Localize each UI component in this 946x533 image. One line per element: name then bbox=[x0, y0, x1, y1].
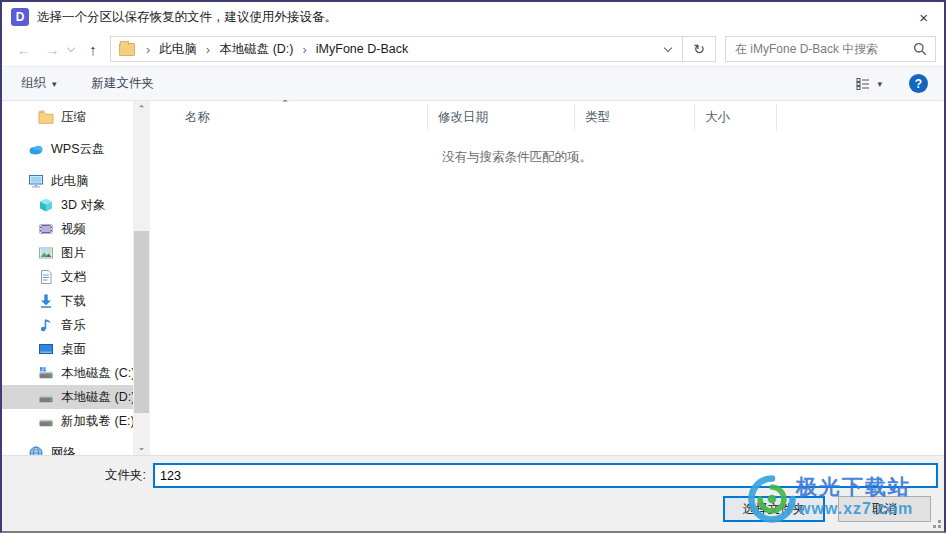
forward-icon[interactable]: → bbox=[38, 41, 66, 58]
list-view-icon bbox=[855, 76, 871, 92]
dialog-title: 选择一个分区以保存恢复的文件，建议使用外接设备。 bbox=[37, 9, 337, 26]
computer-icon bbox=[28, 173, 44, 189]
select-folder-button[interactable]: 选择文件夹 bbox=[723, 496, 825, 522]
picture-icon bbox=[38, 245, 54, 261]
sidebar-item-label: 文档 bbox=[61, 269, 86, 286]
address-dropdown[interactable] bbox=[658, 37, 682, 61]
document-icon bbox=[38, 269, 54, 285]
cancel-button[interactable]: 取消 bbox=[838, 496, 931, 522]
download-icon bbox=[38, 293, 54, 309]
new-folder-label: 新建文件夹 bbox=[92, 75, 155, 92]
sidebar-item-label: 视频 bbox=[61, 221, 86, 238]
resize-grip[interactable] bbox=[938, 525, 941, 528]
sidebar-item-label: 网络 bbox=[51, 445, 76, 456]
sidebar-item-document[interactable]: 文档 bbox=[2, 265, 133, 289]
sidebar-item-music[interactable]: 音乐 bbox=[2, 313, 133, 337]
video-icon bbox=[38, 221, 54, 237]
close-icon[interactable]: × bbox=[915, 8, 932, 27]
command-toolbar: 组织 ▾ 新建文件夹 ▾ ? bbox=[2, 67, 944, 101]
help-button[interactable]: ? bbox=[909, 74, 928, 93]
help-icon: ? bbox=[915, 77, 922, 91]
sort-ascending-icon: ˆ bbox=[283, 98, 287, 113]
desktop-icon bbox=[38, 341, 54, 357]
sidebar-item-label: 此电脑 bbox=[51, 173, 89, 190]
folder-picker-dialog: D 选择一个分区以保存恢复的文件，建议使用外接设备。 × ← → ↑ ›此电脑 … bbox=[0, 0, 946, 533]
sidebar-item-label: 本地磁盘 (D:) bbox=[61, 389, 133, 406]
navigation-pane: 压缩WPS云盘此电脑3D 对象视频图片文档下载音乐桌面本地磁盘 (C:)本地磁盘… bbox=[2, 101, 133, 455]
sidebar-item-label: 图片 bbox=[61, 245, 86, 262]
sidebar-item-folder[interactable]: 压缩 bbox=[2, 105, 133, 129]
column-headers: 名称修改日期类型大小 bbox=[150, 104, 944, 131]
drive2-icon bbox=[38, 413, 54, 429]
breadcrumb-item[interactable]: ›iMyFone D-Back bbox=[294, 42, 409, 57]
sidebar-item-network[interactable]: 网络 bbox=[2, 441, 133, 455]
drive-icon bbox=[38, 389, 54, 405]
sidebar-item-desktop[interactable]: 桌面 bbox=[2, 337, 133, 361]
new-folder-button[interactable]: 新建文件夹 bbox=[92, 75, 155, 92]
folder-name-label: 文件夹: bbox=[105, 467, 146, 484]
music-icon bbox=[38, 317, 54, 333]
folder-icon bbox=[38, 109, 54, 125]
sidebar-item-download[interactable]: 下载 bbox=[2, 289, 133, 313]
breadcrumb: ›此电脑 ›本地磁盘 (D:) ›iMyFone D-Back bbox=[111, 37, 658, 61]
column-header[interactable]: 类型 bbox=[575, 104, 695, 131]
sidebar-scrollbar[interactable]: ⌃ ⌄ bbox=[133, 101, 150, 455]
sidebar-item-label: 压缩 bbox=[61, 109, 86, 126]
sidebar-item-video[interactable]: 视频 bbox=[2, 217, 133, 241]
search-icon bbox=[912, 41, 928, 57]
file-list-area: ˆ 名称修改日期类型大小 没有与搜索条件匹配的项。 bbox=[150, 101, 944, 455]
drive-os-icon bbox=[38, 365, 54, 381]
history-chevron-icon[interactable] bbox=[67, 44, 75, 52]
breadcrumb-item[interactable]: ›此电脑 bbox=[137, 41, 197, 58]
navigation-bar: ← → ↑ ›此电脑 ›本地磁盘 (D:) ›iMyFone D-Back ↻ … bbox=[2, 32, 944, 67]
breadcrumb-separator: › bbox=[206, 42, 210, 57]
network-icon bbox=[28, 445, 44, 455]
sidebar-item-drive2[interactable]: 新加载卷 (E:) bbox=[2, 409, 133, 433]
chevron-down-icon: ▾ bbox=[52, 79, 57, 89]
organize-button[interactable]: 组织 ▾ bbox=[21, 75, 57, 92]
up-icon[interactable]: ↑ bbox=[80, 41, 106, 58]
back-icon[interactable]: ← bbox=[10, 41, 38, 58]
address-bar[interactable]: ›此电脑 ›本地磁盘 (D:) ›iMyFone D-Back ↻ bbox=[110, 36, 716, 62]
column-header[interactable]: 大小 bbox=[695, 104, 777, 131]
sidebar-item-picture[interactable]: 图片 bbox=[2, 241, 133, 265]
chevron-down-icon: ▾ bbox=[877, 79, 882, 89]
sidebar-item-label: 本地磁盘 (C:) bbox=[61, 365, 133, 382]
sidebar-item-label: 音乐 bbox=[61, 317, 86, 334]
organize-label: 组织 bbox=[21, 75, 46, 92]
sidebar-item-drive-os[interactable]: 本地磁盘 (C:) bbox=[2, 361, 133, 385]
sidebar-item-label: 桌面 bbox=[61, 341, 86, 358]
sidebar-item-computer[interactable]: 此电脑 bbox=[2, 169, 133, 193]
empty-message: 没有与搜索条件匹配的项。 bbox=[150, 149, 884, 166]
folder-name-input[interactable] bbox=[153, 463, 938, 488]
sidebar-item-label: WPS云盘 bbox=[51, 141, 104, 158]
breadcrumb-item[interactable]: ›本地磁盘 (D:) bbox=[197, 41, 294, 58]
folder-icon bbox=[119, 43, 135, 56]
sidebar-item-cube[interactable]: 3D 对象 bbox=[2, 193, 133, 217]
scrollbar-thumb[interactable] bbox=[134, 231, 149, 413]
breadcrumb-separator: › bbox=[146, 42, 150, 57]
sidebar-item-cloud[interactable]: WPS云盘 bbox=[2, 137, 133, 161]
dialog-body: 压缩WPS云盘此电脑3D 对象视频图片文档下载音乐桌面本地磁盘 (C:)本地磁盘… bbox=[2, 101, 944, 455]
app-icon: D bbox=[11, 8, 29, 26]
title-bar: D 选择一个分区以保存恢复的文件，建议使用外接设备。 × bbox=[2, 2, 944, 32]
breadcrumb-separator: › bbox=[303, 42, 307, 57]
scroll-up-icon[interactable]: ⌃ bbox=[133, 104, 150, 114]
sidebar-item-label: 3D 对象 bbox=[61, 197, 105, 214]
view-mode-button[interactable]: ▾ bbox=[855, 76, 882, 92]
dialog-footer: 文件夹: 选择文件夹 取消 bbox=[2, 455, 944, 531]
search-input[interactable]: 在 iMyFone D-Back 中搜索 bbox=[725, 36, 936, 62]
column-header[interactable]: 修改日期 bbox=[428, 104, 575, 131]
search-placeholder: 在 iMyFone D-Back 中搜索 bbox=[735, 41, 912, 58]
cloud-icon bbox=[28, 141, 44, 157]
sidebar-item-label: 新加载卷 (E:) bbox=[61, 413, 133, 430]
chevron-down-icon bbox=[664, 44, 672, 52]
scroll-down-icon[interactable]: ⌄ bbox=[133, 442, 150, 452]
sidebar-item-label: 下载 bbox=[61, 293, 86, 310]
refresh-button[interactable]: ↻ bbox=[682, 37, 715, 61]
sidebar-item-drive[interactable]: 本地磁盘 (D:) bbox=[2, 385, 133, 409]
cube-icon bbox=[38, 197, 54, 213]
refresh-icon: ↻ bbox=[693, 41, 705, 57]
column-header[interactable]: 名称 bbox=[150, 104, 428, 131]
